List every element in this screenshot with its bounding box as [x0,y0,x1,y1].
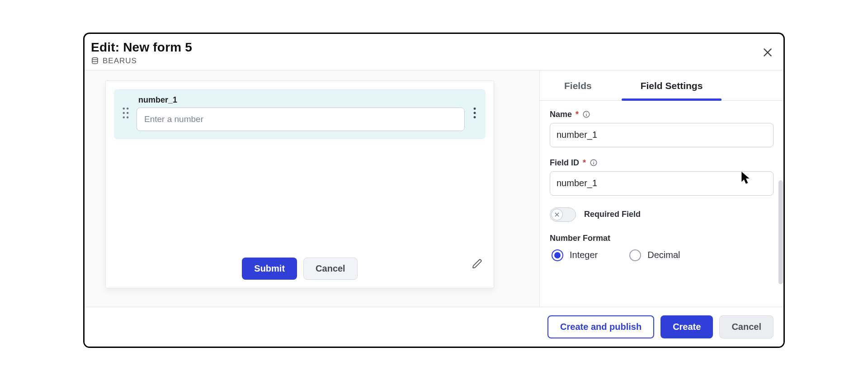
svg-point-4 [127,108,128,109]
page-title: Edit: New form 5 [91,40,192,55]
database-icon [91,57,99,65]
svg-point-6 [127,112,128,114]
project-name: BEARUS [103,56,137,66]
breadcrumb: BEARUS [91,56,192,66]
form-actions: Submit Cancel [114,249,486,280]
modal-header: Edit: New form 5 BEARUS [85,34,783,70]
field-name-input[interactable] [550,123,774,147]
svg-point-17 [593,161,594,162]
required-toggle[interactable] [550,207,576,222]
field-more-menu[interactable] [471,105,478,121]
title-block: Edit: New form 5 BEARUS [91,40,192,66]
create-button[interactable]: Create [660,315,713,338]
radio-label: Integer [570,250,598,260]
svg-point-14 [586,113,587,113]
number-format-heading: Number Format [550,234,774,243]
cancel-button[interactable]: Cancel [719,315,774,338]
svg-point-11 [474,116,476,118]
svg-point-7 [123,117,125,118]
svg-point-8 [127,117,128,118]
radio-integer[interactable]: Integer [552,249,598,261]
field-id-input[interactable] [550,171,774,196]
modal-body: number_1 Submit Cancel [85,70,783,307]
field-id-label: Field ID [550,158,579,168]
radio-icon [629,249,641,261]
field-label: number_1 [138,95,465,105]
required-toggle-label: Required Field [584,210,641,219]
number-format-radio-group: Integer Decimal [550,249,774,261]
modal-window: Edit: New form 5 BEARUS [83,33,785,348]
toggle-knob [551,209,563,220]
field-main: number_1 [137,95,465,131]
required-star-icon: * [583,158,586,168]
edit-actions-button[interactable] [472,258,483,269]
name-label: Name [550,110,572,119]
required-toggle-row: Required Field [550,207,774,222]
info-icon [582,110,590,118]
tab-field-settings[interactable]: Field Settings [626,70,717,100]
scrollbar-thumb[interactable] [778,180,783,284]
svg-point-10 [474,112,476,114]
cancel-preview-button[interactable]: Cancel [303,258,358,280]
field-id-label-row: Field ID * [550,158,774,168]
svg-point-9 [474,108,476,110]
form-card: number_1 Submit Cancel [105,80,494,288]
drag-handle-icon[interactable] [121,107,130,119]
form-field-block[interactable]: number_1 [114,89,486,139]
radio-label: Decimal [647,250,680,260]
more-vertical-icon [473,107,476,119]
x-small-icon [554,212,560,217]
close-icon [762,47,774,58]
sidebar-tabs: Fields Field Settings [540,70,783,101]
required-star-icon: * [576,110,579,119]
close-button[interactable] [760,45,775,60]
form-canvas: number_1 Submit Cancel [85,70,539,307]
info-icon [590,159,598,167]
radio-decimal[interactable]: Decimal [629,249,680,261]
name-label-row: Name * [550,110,774,119]
svg-point-0 [92,57,98,60]
modal-footer: Create and publish Create Cancel [85,307,783,347]
tab-fields[interactable]: Fields [550,70,606,100]
svg-point-5 [123,112,125,114]
number-input[interactable] [137,108,465,131]
settings-sidebar: Fields Field Settings Name * Field ID * [539,70,783,307]
create-and-publish-button[interactable]: Create and publish [547,315,654,338]
submit-button[interactable]: Submit [242,258,297,280]
radio-icon [552,249,563,261]
pencil-icon [472,258,483,269]
svg-point-3 [123,108,125,109]
settings-panel: Name * Field ID * [540,101,783,307]
